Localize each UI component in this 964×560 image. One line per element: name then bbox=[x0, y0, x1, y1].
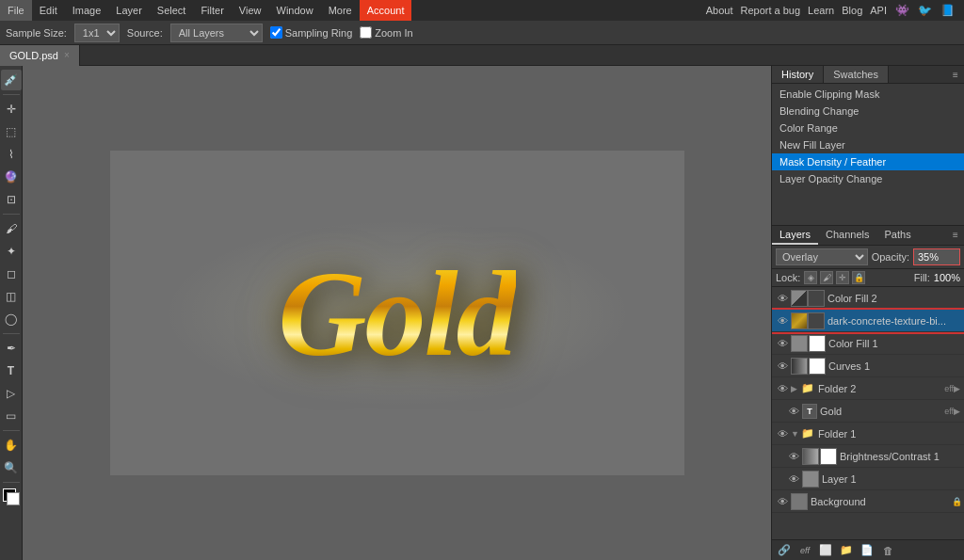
eye-button-folder-2[interactable]: 👁 bbox=[774, 380, 791, 397]
tool-hand[interactable]: ✋ bbox=[1, 435, 22, 456]
menu-select[interactable]: Select bbox=[150, 0, 194, 21]
learn-link[interactable]: Learn bbox=[808, 5, 834, 16]
layer-row-color-fill-2[interactable]: 👁 Color Fill 2 bbox=[772, 287, 964, 310]
delete-layer-button[interactable]: 🗑 bbox=[879, 542, 896, 559]
layer-row-layer1[interactable]: 👁 Layer 1 bbox=[772, 468, 964, 490]
folder-expand-2[interactable]: ▶ bbox=[791, 384, 800, 393]
eye-button-color-fill-1[interactable]: 👁 bbox=[774, 335, 791, 352]
eye-button-folder-1[interactable]: 👁 bbox=[774, 425, 791, 442]
layer-name-background: Background bbox=[808, 496, 951, 507]
new-layer-button[interactable]: 📄 bbox=[859, 542, 876, 559]
eye-button-gold[interactable]: 👁 bbox=[785, 403, 802, 420]
toolbar-separator-5 bbox=[3, 482, 20, 483]
sample-size-select[interactable]: 1x1 3x3 5x5 bbox=[74, 24, 120, 42]
tool-type[interactable]: T bbox=[1, 360, 22, 381]
tool-brush[interactable]: 🖌 bbox=[1, 218, 22, 239]
tab-layers[interactable]: Layers bbox=[772, 226, 818, 245]
social-reddit-icon[interactable]: 👾 bbox=[894, 3, 909, 18]
tab-swatches[interactable]: Swatches bbox=[824, 66, 889, 83]
history-panel-menu-button[interactable]: ≡ bbox=[949, 68, 962, 81]
sampling-ring-checkbox-label[interactable]: Sampling Ring bbox=[270, 26, 353, 39]
menu-window[interactable]: Window bbox=[269, 0, 321, 21]
history-item-0[interactable]: Enable Clipping Mask bbox=[772, 86, 964, 103]
tab-paths[interactable]: Paths bbox=[877, 226, 919, 245]
layer-eff-gold[interactable]: eff bbox=[944, 407, 954, 416]
blend-mode-select[interactable]: Overlay Normal Multiply bbox=[776, 248, 868, 265]
history-item-2[interactable]: Color Range bbox=[772, 120, 964, 136]
layer-row-brightness[interactable]: 👁 Brightness/Contrast 1 bbox=[772, 445, 964, 468]
layers-panel-menu-button[interactable]: ≡ bbox=[949, 228, 962, 241]
tab-close-button[interactable]: × bbox=[64, 50, 70, 60]
effects-button[interactable]: eff bbox=[796, 542, 813, 559]
tool-eyedropper[interactable]: 💉 bbox=[1, 70, 22, 90]
folder-expand-1[interactable]: ▼ bbox=[791, 429, 800, 439]
tool-pen[interactable]: ✒ bbox=[1, 338, 22, 359]
menu-layer[interactable]: Layer bbox=[108, 0, 150, 21]
canvas: Gold bbox=[110, 151, 684, 475]
eye-button-background[interactable]: 👁 bbox=[774, 493, 791, 510]
layer-row-folder-2[interactable]: 👁 ▶ 📁 Folder 2 eff ▶ bbox=[772, 377, 964, 400]
source-select[interactable]: All Layers Current Layer bbox=[170, 24, 263, 42]
tool-crop[interactable]: ⊡ bbox=[1, 189, 22, 210]
history-item-1[interactable]: Blending Change bbox=[772, 103, 964, 120]
eye-button-brightness[interactable]: 👁 bbox=[785, 448, 802, 465]
zoom-in-checkbox-label[interactable]: Zoom In bbox=[360, 26, 412, 39]
add-mask-button[interactable]: ⬜ bbox=[817, 542, 834, 559]
api-link[interactable]: API bbox=[870, 5, 887, 16]
tab-channels[interactable]: Channels bbox=[818, 226, 876, 245]
tool-zoom[interactable]: 🔍 bbox=[1, 457, 22, 478]
lock-image-pixels[interactable]: 🖌 bbox=[820, 271, 833, 284]
menu-image[interactable]: Image bbox=[65, 0, 109, 21]
menu-filter[interactable]: Filter bbox=[193, 0, 231, 21]
tab-bar: GOLD.psd × bbox=[0, 45, 964, 66]
layer-eff-folder-2[interactable]: eff bbox=[944, 384, 954, 393]
about-link[interactable]: About bbox=[706, 5, 733, 16]
social-twitter-icon[interactable]: 🐦 bbox=[917, 3, 932, 18]
eye-button-layer1[interactable]: 👁 bbox=[785, 471, 802, 488]
tool-quick-select[interactable]: 🔮 bbox=[1, 167, 22, 187]
menu-file[interactable]: File bbox=[0, 0, 32, 21]
tool-lasso[interactable]: ⌇ bbox=[1, 144, 22, 165]
tool-path-select[interactable]: ▷ bbox=[1, 383, 22, 404]
zoom-in-checkbox[interactable] bbox=[360, 26, 372, 39]
history-item-4[interactable]: Mask Density / Feather bbox=[772, 153, 964, 170]
layer-row-folder-1[interactable]: 👁 ▼ 📁 Folder 1 bbox=[772, 423, 964, 445]
menu-account[interactable]: Account bbox=[360, 0, 412, 21]
new-group-button[interactable]: 📁 bbox=[838, 542, 855, 559]
menu-more[interactable]: More bbox=[321, 0, 360, 21]
blog-link[interactable]: Blog bbox=[842, 5, 862, 16]
lock-all[interactable]: 🔒 bbox=[852, 271, 865, 284]
tool-gradient[interactable]: ◫ bbox=[1, 286, 22, 307]
layer-row-color-fill-1[interactable]: 👁 Color Fill 1 bbox=[772, 332, 964, 355]
tool-clone-stamp[interactable]: ✦ bbox=[1, 241, 22, 262]
file-tab-gold[interactable]: GOLD.psd × bbox=[0, 45, 80, 66]
tool-dodge[interactable]: ◯ bbox=[1, 309, 22, 329]
layer-row-curves[interactable]: 👁 Curves 1 bbox=[772, 355, 964, 377]
menu-edit[interactable]: Edit bbox=[32, 0, 65, 21]
opacity-value[interactable]: 35% bbox=[913, 248, 960, 265]
history-item-5[interactable]: Layer Opacity Change bbox=[772, 170, 964, 187]
history-item-3[interactable]: New Fill Layer bbox=[772, 136, 964, 153]
sampling-ring-checkbox[interactable] bbox=[270, 26, 282, 39]
lock-fill-row: Lock: ◈ 🖌 ✛ 🔒 Fill: 100% bbox=[772, 269, 964, 287]
layer-row-background[interactable]: 👁 Background 🔒 bbox=[772, 490, 964, 513]
eye-button-curves[interactable]: 👁 bbox=[774, 358, 791, 375]
tool-move[interactable]: ✛ bbox=[1, 99, 22, 120]
foreground-background-colors[interactable] bbox=[1, 487, 22, 507]
tool-shape[interactable]: ▭ bbox=[1, 406, 22, 426]
menu-view[interactable]: View bbox=[232, 0, 269, 21]
layer-name-color-fill-2: Color Fill 2 bbox=[825, 293, 962, 304]
layer-row-gold[interactable]: 👁 T Gold eff ▶ bbox=[772, 400, 964, 423]
eye-button-texture[interactable]: 👁 bbox=[774, 312, 791, 329]
eye-button-color-fill-2[interactable]: 👁 bbox=[774, 290, 791, 307]
link-layers-button[interactable]: 🔗 bbox=[776, 542, 793, 559]
tool-eraser[interactable]: ◻ bbox=[1, 264, 22, 284]
layer-name-folder-2: Folder 2 bbox=[815, 383, 944, 394]
social-facebook-icon[interactable]: 📘 bbox=[940, 3, 955, 18]
lock-position[interactable]: ✛ bbox=[836, 271, 849, 284]
layer-row-texture[interactable]: 👁 dark-concrete-texture-bi... bbox=[772, 310, 964, 332]
lock-transparent-pixels[interactable]: ◈ bbox=[804, 271, 817, 284]
tool-marquee[interactable]: ⬚ bbox=[1, 121, 22, 142]
tab-history[interactable]: History bbox=[772, 66, 824, 83]
report-bug-link[interactable]: Report a bug bbox=[740, 5, 800, 16]
